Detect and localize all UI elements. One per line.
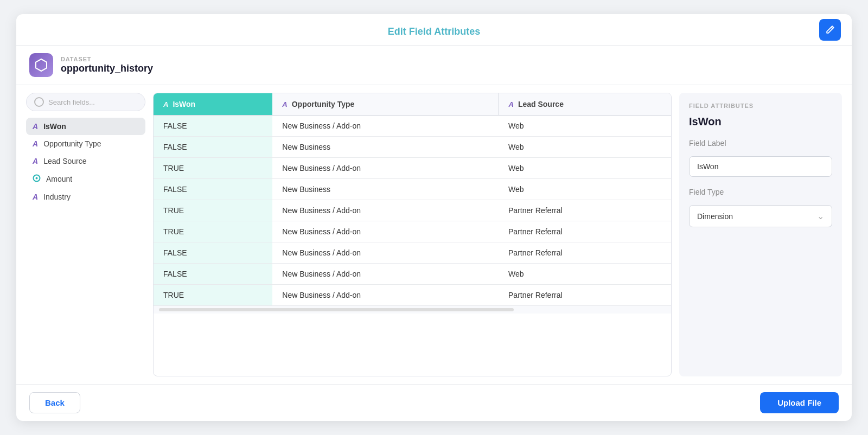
dataset-label: DATASET: [61, 56, 153, 62]
sidebar-item-label: Industry: [43, 193, 71, 201]
cell-optype-3: New Business: [272, 179, 499, 200]
table-header-row: AIsWonAOpportunity TypeALead Source: [154, 93, 671, 116]
panel-section-title: FIELD ATTRIBUTES: [689, 103, 832, 109]
circle-icon: [33, 174, 41, 184]
column-label-optype: Opportunity Type: [292, 100, 355, 108]
cell-leadsource-6: Partner Referral: [499, 242, 671, 264]
column-header-optype: AOpportunity Type: [272, 93, 499, 116]
table-row: FALSENew Business / Add-onPartner Referr…: [154, 242, 671, 264]
column-icon-iswon: A: [163, 100, 168, 108]
dataset-name: opportunity_history: [61, 63, 153, 74]
page-title: Edit Field Attributes: [16, 26, 852, 37]
field-type-select[interactable]: Dimension ⌄: [689, 205, 832, 227]
cell-leadsource-5: Partner Referral: [499, 221, 671, 242]
sidebar-items-container: AIsWonAOpportunity TypeALead SourceAmoun…: [26, 118, 145, 206]
upload-button[interactable]: Upload File: [760, 392, 839, 413]
table-row: FALSENew BusinessWeb: [154, 137, 671, 158]
cell-optype-8: New Business / Add-on: [272, 285, 499, 306]
sidebar-item-lead-source[interactable]: ALead Source: [26, 152, 145, 170]
edit-icon: [825, 25, 835, 35]
cell-optype-2: New Business / Add-on: [272, 158, 499, 179]
column-icon-optype: A: [282, 100, 287, 108]
sidebar-item-label: Lead Source: [43, 157, 86, 165]
table-area: AIsWonAOpportunity TypeALead Source FALS…: [153, 93, 672, 376]
cell-iswon-6: FALSE: [154, 242, 272, 264]
cell-iswon-5: TRUE: [154, 221, 272, 242]
cell-leadsource-7: Web: [499, 264, 671, 285]
cell-iswon-7: FALSE: [154, 264, 272, 285]
dataset-info: DATASET opportunity_history: [61, 56, 153, 74]
field-label-title: Field Label: [689, 139, 832, 148]
search-placeholder: Search fields...: [48, 98, 95, 106]
cell-iswon-2: TRUE: [154, 158, 272, 179]
cell-optype-7: New Business / Add-on: [272, 264, 499, 285]
table-body: FALSENew Business / Add-onWebFALSENew Bu…: [154, 116, 671, 306]
cell-optype-1: New Business: [272, 137, 499, 158]
search-box[interactable]: Search fields...: [26, 93, 145, 111]
text-icon: A: [33, 139, 38, 148]
column-header-iswon: AIsWon: [154, 93, 272, 116]
sidebar-item-opportunity-type[interactable]: AOpportunity Type: [26, 135, 145, 152]
main-content: Search fields... AIsWonAOpportunity Type…: [16, 85, 852, 384]
table-row: FALSENew BusinessWeb: [154, 179, 671, 200]
cell-iswon-1: FALSE: [154, 137, 272, 158]
cell-optype-4: New Business / Add-on: [272, 200, 499, 221]
cell-optype-5: New Business / Add-on: [272, 221, 499, 242]
svg-marker-0: [36, 59, 47, 71]
sidebar-item-iswon[interactable]: AIsWon: [26, 118, 145, 135]
field-label-input[interactable]: [689, 156, 832, 177]
table-row: TRUENew Business / Add-onPartner Referra…: [154, 200, 671, 221]
column-icon-leadsource: A: [509, 100, 514, 108]
scrollbar-row: [154, 306, 671, 314]
table-row: FALSENew Business / Add-onWeb: [154, 264, 671, 285]
table-row: TRUENew Business / Add-onPartner Referra…: [154, 221, 671, 242]
field-type-value: Dimension: [697, 212, 733, 221]
sidebar-item-label: Opportunity Type: [43, 139, 101, 148]
cell-iswon-4: TRUE: [154, 200, 272, 221]
table-row: FALSENew Business / Add-onWeb: [154, 116, 671, 137]
text-icon: A: [33, 157, 38, 165]
field-type-title: Field Type: [689, 188, 832, 196]
cell-leadsource-4: Partner Referral: [499, 200, 671, 221]
cell-leadsource-3: Web: [499, 179, 671, 200]
cell-iswon-3: FALSE: [154, 179, 272, 200]
dataset-row: DATASET opportunity_history: [16, 46, 852, 85]
search-icon: [34, 97, 44, 107]
column-header-leadsource: ALead Source: [499, 93, 671, 116]
data-table: AIsWonAOpportunity TypeALead Source FALS…: [154, 93, 671, 306]
sidebar-item-label: Amount: [46, 175, 72, 183]
cell-iswon-0: FALSE: [154, 116, 272, 137]
sidebar-item-industry[interactable]: AIndustry: [26, 188, 145, 206]
chevron-down-icon: ⌄: [817, 211, 824, 221]
scrollbar-track[interactable]: [159, 308, 514, 311]
table-row: TRUENew Business / Add-onWeb: [154, 158, 671, 179]
modal-header: Edit Field Attributes: [16, 14, 852, 46]
cell-leadsource-2: Web: [499, 158, 671, 179]
text-icon: A: [33, 122, 38, 131]
cell-leadsource-8: Partner Referral: [499, 285, 671, 306]
cell-iswon-8: TRUE: [154, 285, 272, 306]
right-panel: FIELD ATTRIBUTES IsWon Field Label Field…: [679, 93, 842, 376]
hexagon-icon: [34, 58, 48, 72]
edit-button[interactable]: [819, 19, 841, 41]
sidebar-item-label: IsWon: [43, 122, 66, 131]
table-row: TRUENew Business / Add-onPartner Referra…: [154, 285, 671, 306]
cell-optype-6: New Business / Add-on: [272, 242, 499, 264]
cell-leadsource-0: Web: [499, 116, 671, 137]
cell-leadsource-1: Web: [499, 137, 671, 158]
table-head: AIsWonAOpportunity TypeALead Source: [154, 93, 671, 116]
modal: Edit Field Attributes DATASET opportunit…: [16, 14, 852, 421]
svg-point-2: [36, 177, 38, 180]
dataset-icon: [29, 53, 53, 77]
panel-field-name: IsWon: [689, 116, 832, 128]
sidebar-item-amount[interactable]: Amount: [26, 170, 145, 188]
sidebar: Search fields... AIsWonAOpportunity Type…: [26, 93, 145, 376]
footer: Back Upload File: [16, 384, 852, 421]
back-button[interactable]: Back: [29, 392, 80, 413]
column-label-iswon: IsWon: [173, 100, 195, 108]
cell-optype-0: New Business / Add-on: [272, 116, 499, 137]
column-label-leadsource: Lead Source: [518, 100, 564, 108]
text-icon: A: [33, 193, 38, 201]
